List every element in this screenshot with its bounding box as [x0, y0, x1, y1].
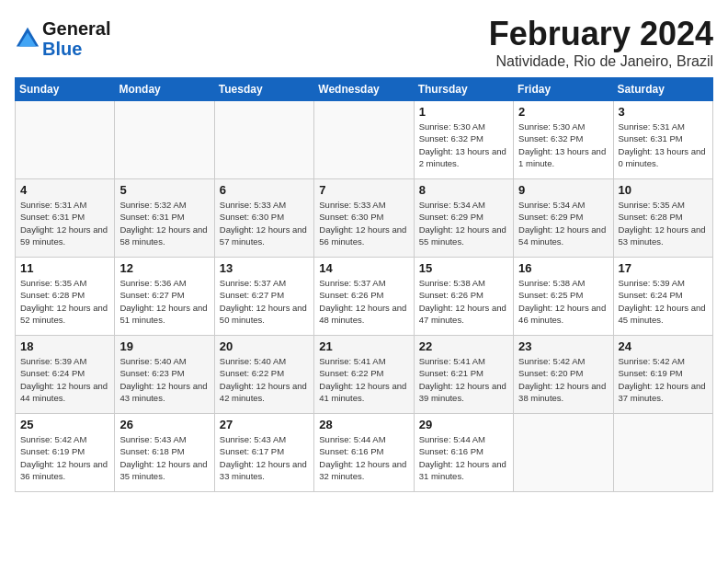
day-number: 21	[319, 339, 408, 353]
header-day-monday: Monday	[115, 78, 214, 101]
week-row-3: 11Sunrise: 5:35 AMSunset: 6:28 PMDayligh…	[16, 258, 713, 336]
logo-icon	[15, 26, 40, 52]
day-number: 27	[220, 418, 309, 431]
day-cell: 6Sunrise: 5:33 AMSunset: 6:30 PMDaylight…	[214, 179, 313, 258]
day-info: Sunrise: 5:37 AMSunset: 6:27 PMDaylight:…	[220, 277, 309, 326]
day-cell: 3Sunrise: 5:31 AMSunset: 6:31 PMDaylight…	[613, 101, 712, 179]
day-number: 1	[419, 105, 508, 119]
day-info: Sunrise: 5:43 AMSunset: 6:17 PMDaylight:…	[220, 433, 309, 482]
day-number: 6	[220, 183, 309, 197]
day-number: 5	[119, 183, 209, 197]
day-cell: 10Sunrise: 5:35 AMSunset: 6:28 PMDayligh…	[613, 179, 712, 258]
day-number: 28	[319, 418, 408, 431]
day-info: Sunrise: 5:41 AMSunset: 6:22 PMDaylight:…	[319, 355, 408, 404]
day-cell: 28Sunrise: 5:44 AMSunset: 6:16 PMDayligh…	[314, 414, 414, 492]
day-info: Sunrise: 5:38 AMSunset: 6:25 PMDaylight:…	[518, 277, 608, 326]
day-cell: 13Sunrise: 5:37 AMSunset: 6:27 PMDayligh…	[214, 258, 313, 336]
day-cell: 14Sunrise: 5:37 AMSunset: 6:26 PMDayligh…	[314, 258, 414, 336]
day-info: Sunrise: 5:37 AMSunset: 6:26 PMDaylight:…	[319, 277, 408, 326]
day-info: Sunrise: 5:40 AMSunset: 6:22 PMDaylight:…	[220, 355, 309, 404]
day-number: 15	[419, 261, 508, 275]
month-title: February 2024	[489, 15, 713, 53]
day-info: Sunrise: 5:34 AMSunset: 6:29 PMDaylight:…	[419, 199, 508, 247]
day-number: 14	[319, 261, 408, 275]
day-number: 9	[518, 183, 608, 197]
week-row-1: 1Sunrise: 5:30 AMSunset: 6:32 PMDaylight…	[16, 101, 713, 179]
logo-general: General	[42, 18, 110, 39]
day-number: 26	[119, 418, 209, 431]
header-day-sunday: Sunday	[16, 78, 115, 101]
header-day-wednesday: Wednesday	[314, 78, 414, 101]
day-cell: 15Sunrise: 5:38 AMSunset: 6:26 PMDayligh…	[414, 258, 513, 336]
day-info: Sunrise: 5:44 AMSunset: 6:16 PMDaylight:…	[319, 433, 408, 482]
day-number: 10	[619, 183, 708, 197]
day-cell: 12Sunrise: 5:36 AMSunset: 6:27 PMDayligh…	[115, 258, 214, 336]
day-cell: 25Sunrise: 5:42 AMSunset: 6:19 PMDayligh…	[16, 414, 115, 492]
day-number: 17	[619, 261, 708, 275]
day-number: 24	[619, 339, 708, 353]
logo-text: General Blue	[42, 18, 110, 59]
title-block: February 2024 Natividade, Rio de Janeiro…	[489, 15, 713, 70]
day-info: Sunrise: 5:32 AMSunset: 6:31 PMDaylight:…	[119, 199, 209, 247]
logo: General Blue	[15, 18, 110, 59]
day-number: 8	[419, 183, 508, 197]
day-info: Sunrise: 5:42 AMSunset: 6:19 PMDaylight:…	[619, 355, 708, 404]
day-number: 4	[20, 183, 109, 197]
header-day-friday: Friday	[514, 78, 613, 101]
day-info: Sunrise: 5:39 AMSunset: 6:24 PMDaylight:…	[20, 355, 109, 404]
header-day-saturday: Saturday	[613, 78, 712, 101]
day-info: Sunrise: 5:35 AMSunset: 6:28 PMDaylight:…	[619, 199, 708, 247]
day-cell: 11Sunrise: 5:35 AMSunset: 6:28 PMDayligh…	[16, 258, 115, 336]
day-info: Sunrise: 5:42 AMSunset: 6:19 PMDaylight:…	[20, 433, 109, 482]
day-info: Sunrise: 5:40 AMSunset: 6:23 PMDaylight:…	[119, 355, 209, 404]
day-cell: 20Sunrise: 5:40 AMSunset: 6:22 PMDayligh…	[214, 336, 313, 414]
logo-blue: Blue	[42, 39, 82, 59]
day-cell: 26Sunrise: 5:43 AMSunset: 6:18 PMDayligh…	[115, 414, 214, 492]
day-number: 18	[20, 339, 109, 353]
day-cell: 16Sunrise: 5:38 AMSunset: 6:25 PMDayligh…	[514, 258, 613, 336]
day-cell	[314, 101, 414, 179]
day-cell: 18Sunrise: 5:39 AMSunset: 6:24 PMDayligh…	[16, 336, 115, 414]
day-cell	[613, 414, 712, 492]
day-number: 22	[419, 339, 508, 353]
day-cell: 29Sunrise: 5:44 AMSunset: 6:16 PMDayligh…	[414, 414, 513, 492]
day-info: Sunrise: 5:43 AMSunset: 6:18 PMDaylight:…	[119, 433, 209, 482]
day-cell	[514, 414, 613, 492]
day-number: 19	[119, 339, 209, 353]
day-cell: 27Sunrise: 5:43 AMSunset: 6:17 PMDayligh…	[214, 414, 313, 492]
day-info: Sunrise: 5:38 AMSunset: 6:26 PMDaylight:…	[419, 277, 508, 326]
day-cell: 17Sunrise: 5:39 AMSunset: 6:24 PMDayligh…	[613, 258, 712, 336]
day-number: 13	[220, 261, 309, 275]
day-cell: 21Sunrise: 5:41 AMSunset: 6:22 PMDayligh…	[314, 336, 414, 414]
week-row-2: 4Sunrise: 5:31 AMSunset: 6:31 PMDaylight…	[16, 179, 713, 258]
day-info: Sunrise: 5:39 AMSunset: 6:24 PMDaylight:…	[619, 277, 708, 326]
day-info: Sunrise: 5:42 AMSunset: 6:20 PMDaylight:…	[518, 355, 608, 404]
week-row-5: 25Sunrise: 5:42 AMSunset: 6:19 PMDayligh…	[16, 414, 713, 492]
day-cell: 7Sunrise: 5:33 AMSunset: 6:30 PMDaylight…	[314, 179, 414, 258]
day-cell	[115, 101, 214, 179]
day-number: 20	[220, 339, 309, 353]
day-number: 11	[20, 261, 109, 275]
day-number: 2	[518, 105, 608, 119]
day-info: Sunrise: 5:31 AMSunset: 6:31 PMDaylight:…	[20, 199, 109, 247]
day-info: Sunrise: 5:33 AMSunset: 6:30 PMDaylight:…	[220, 199, 309, 247]
day-number: 25	[20, 418, 109, 431]
day-info: Sunrise: 5:33 AMSunset: 6:30 PMDaylight:…	[319, 199, 408, 247]
page-header: General Blue February 2024 Natividade, R…	[15, 15, 713, 70]
day-info: Sunrise: 5:44 AMSunset: 6:16 PMDaylight:…	[419, 433, 508, 482]
day-info: Sunrise: 5:41 AMSunset: 6:21 PMDaylight:…	[419, 355, 508, 404]
day-cell: 1Sunrise: 5:30 AMSunset: 6:32 PMDaylight…	[414, 101, 513, 179]
day-info: Sunrise: 5:31 AMSunset: 6:31 PMDaylight:…	[619, 121, 708, 169]
week-row-4: 18Sunrise: 5:39 AMSunset: 6:24 PMDayligh…	[16, 336, 713, 414]
day-cell: 9Sunrise: 5:34 AMSunset: 6:29 PMDaylight…	[514, 179, 613, 258]
day-cell	[214, 101, 313, 179]
calendar-table: SundayMondayTuesdayWednesdayThursdayFrid…	[15, 77, 713, 492]
day-cell	[16, 101, 115, 179]
day-cell: 2Sunrise: 5:30 AMSunset: 6:32 PMDaylight…	[514, 101, 613, 179]
header-day-tuesday: Tuesday	[214, 78, 313, 101]
day-number: 12	[119, 261, 209, 275]
header-row: SundayMondayTuesdayWednesdayThursdayFrid…	[16, 78, 713, 101]
day-cell: 22Sunrise: 5:41 AMSunset: 6:21 PMDayligh…	[414, 336, 513, 414]
day-info: Sunrise: 5:34 AMSunset: 6:29 PMDaylight:…	[518, 199, 608, 247]
day-cell: 23Sunrise: 5:42 AMSunset: 6:20 PMDayligh…	[514, 336, 613, 414]
